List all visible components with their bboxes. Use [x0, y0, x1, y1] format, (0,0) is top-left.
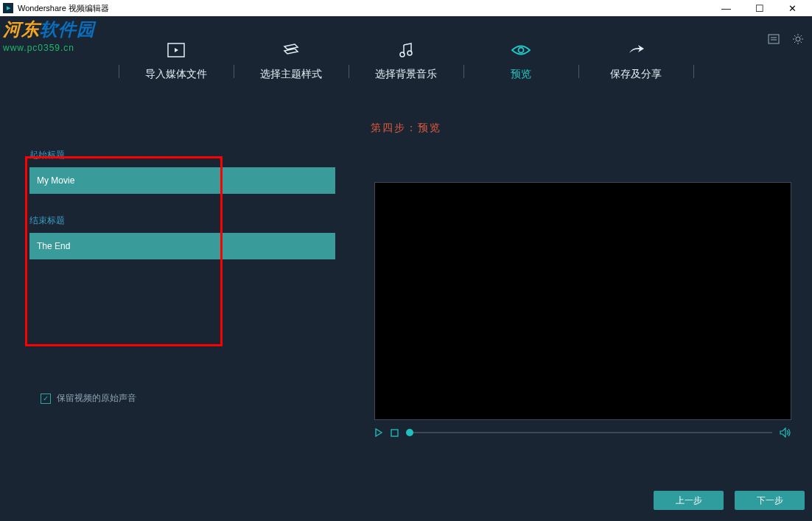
tab-share[interactable]: 保存及分享 [579, 40, 693, 81]
app-body: 河东软件园 www.pc0359.cn 导入媒体文件 选择主题样式 [0, 16, 812, 521]
tab-music[interactable]: 选择背景音乐 [349, 40, 463, 81]
toolbar-right [767, 32, 805, 46]
theme-icon [234, 40, 349, 60]
keep-audio-checkbox[interactable]: ✓ 保留视频的原始声音 [41, 392, 136, 405]
tab-preview[interactable]: 预览 [464, 40, 578, 81]
svg-line-9 [801, 42, 802, 43]
share-icon [579, 40, 693, 60]
tab-label: 导入媒体文件 [119, 68, 234, 81]
svg-marker-18 [376, 429, 382, 436]
svg-line-11 [801, 35, 802, 37]
svg-point-3 [796, 37, 800, 41]
svg-rect-19 [391, 430, 398, 436]
tab-import[interactable]: 导入媒体文件 [119, 40, 234, 81]
minimize-button[interactable]: — [710, 0, 743, 16]
tab-label: 预览 [464, 68, 578, 81]
app-icon [3, 3, 13, 13]
step-heading: 第四步：预览 [0, 122, 812, 135]
window-controls: — ☐ ✕ [710, 0, 809, 16]
window-title: Wondershare 视频编辑器 [18, 3, 109, 14]
maximize-button[interactable]: ☐ [743, 0, 776, 16]
tab-label: 选择主题样式 [234, 68, 349, 81]
import-icon [119, 40, 234, 60]
titlebar: Wondershare 视频编辑器 — ☐ ✕ [0, 0, 812, 16]
close-button[interactable]: ✕ [776, 0, 809, 16]
list-icon[interactable] [767, 32, 780, 46]
progress-slider[interactable] [406, 432, 772, 433]
svg-marker-13 [175, 48, 178, 52]
stop-button[interactable] [391, 429, 399, 437]
player-controls [374, 427, 791, 438]
svg-line-8 [794, 35, 796, 37]
svg-point-15 [407, 51, 412, 55]
start-title-input[interactable] [29, 167, 335, 194]
checkbox-icon: ✓ [41, 394, 51, 404]
eye-icon [464, 40, 578, 60]
end-title-input[interactable] [29, 233, 335, 259]
video-preview[interactable] [374, 182, 791, 420]
tab-theme[interactable]: 选择主题样式 [234, 40, 349, 81]
footer-nav: 上一步 下一步 [654, 491, 805, 510]
preview-panel [374, 182, 791, 438]
svg-rect-0 [769, 35, 779, 43]
next-step-button[interactable]: 下一步 [735, 491, 805, 510]
tab-label: 保存及分享 [579, 68, 693, 81]
end-title-label: 结束标题 [29, 214, 335, 227]
svg-point-17 [519, 48, 524, 53]
svg-marker-20 [780, 428, 785, 437]
music-icon [349, 40, 463, 60]
prev-step-button[interactable]: 上一步 [654, 491, 724, 510]
tab-label: 选择背景音乐 [349, 68, 463, 81]
theme-toggle-icon[interactable] [791, 32, 805, 46]
svg-line-10 [794, 42, 796, 43]
volume-button[interactable] [780, 427, 791, 438]
checkbox-label: 保留视频的原始声音 [57, 392, 136, 405]
start-title-label: 起始标题 [29, 149, 335, 161]
step-tabs: 导入媒体文件 选择主题样式 选择背景音乐 预览 [0, 16, 812, 81]
slider-thumb[interactable] [406, 429, 413, 436]
title-form: 起始标题 结束标题 [29, 149, 335, 259]
play-button[interactable] [374, 428, 383, 437]
